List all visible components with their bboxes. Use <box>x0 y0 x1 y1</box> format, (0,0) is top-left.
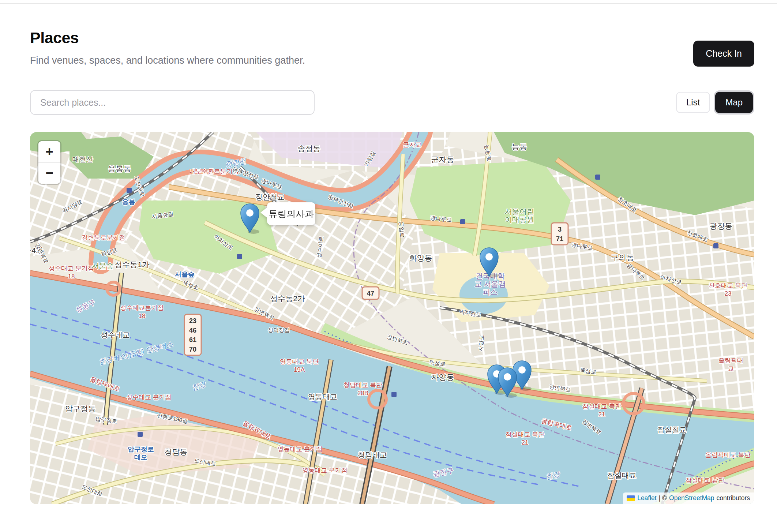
map-label: 영동대교 <box>308 393 337 401</box>
map-label: 군자동 <box>431 155 454 164</box>
map-label: 압구정동 <box>65 404 96 413</box>
map-label: 능동 <box>512 142 527 151</box>
transit-station-square <box>713 243 718 248</box>
ukraine-flag-icon <box>627 495 635 501</box>
transit-station-square <box>127 188 132 193</box>
attribution-separator: | © <box>659 494 667 502</box>
svg-text:23: 23 <box>189 317 196 325</box>
map-label: 응봉 <box>122 198 135 206</box>
map-label: 송정동 <box>298 144 321 153</box>
map-label: 청담동 <box>165 447 188 456</box>
route-shield: 47 <box>362 287 379 299</box>
title-block: Places Find venues, spaces, and location… <box>30 30 305 66</box>
map-label: 성수동2가 <box>270 294 305 303</box>
map-label: 광장동 <box>710 222 733 230</box>
page-content: Places Find venues, spaces, and location… <box>0 30 777 504</box>
map-label: 내부순환로분기점 <box>189 168 239 175</box>
map-label: 응봉동 <box>108 164 131 173</box>
transit-station-square <box>460 219 465 224</box>
map-label: 장안철교 <box>255 193 285 201</box>
map-label: 성수동1가 <box>115 260 150 269</box>
search-input[interactable] <box>30 90 315 115</box>
attribution-contributors: contributors <box>717 494 750 502</box>
transit-station-square <box>138 432 143 437</box>
top-divider <box>0 0 777 4</box>
map-label: 올림픽대교 북단 <box>705 452 751 458</box>
page-title: Places <box>30 30 305 46</box>
page-header: Places Find venues, spaces, and location… <box>30 30 754 67</box>
transit-station-square <box>391 392 397 397</box>
view-toggle: List Map <box>676 92 754 113</box>
map-view-button[interactable]: Map <box>715 92 753 113</box>
map-zoom-control: + − <box>38 141 60 184</box>
map-container[interactable]: 3712346617047송정동군자동능동응봉동화양동성수동1가성수동2가자양동… <box>30 132 754 504</box>
zoom-in-button[interactable]: + <box>38 141 60 162</box>
map-label: 대현산 <box>72 156 93 163</box>
map-label: 성덕정길 <box>268 327 290 333</box>
marker-tooltip: 튜링의사과 <box>260 202 315 225</box>
route-shield: 23466170 <box>184 314 201 355</box>
map-label: 화양동 <box>409 254 432 262</box>
map-label: 청담대교 <box>358 451 387 459</box>
osm-link[interactable]: OpenStreetMap <box>669 494 714 502</box>
map-label: 잠실대교 <box>607 471 637 479</box>
svg-text:61: 61 <box>189 336 196 344</box>
map-label: 자양동 <box>431 373 454 381</box>
svg-text:71: 71 <box>556 235 563 243</box>
map-label: 영동대교 분기점 <box>277 446 323 453</box>
page-subtitle: Find venues, spaces, and locations where… <box>30 55 305 66</box>
svg-text:튜링의사과: 튜링의사과 <box>269 209 314 219</box>
transit-station-square <box>595 175 600 180</box>
map-label: 서울숲 <box>175 271 195 278</box>
svg-text:3: 3 <box>558 226 562 233</box>
map-label: 구의동 <box>611 253 634 262</box>
transit-station-square <box>237 254 242 259</box>
map-label: 서울숲 <box>92 262 114 270</box>
route-shield: 371 <box>551 223 568 245</box>
map-label: 군자교 <box>403 141 422 148</box>
zoom-out-button[interactable]: − <box>38 162 60 184</box>
svg-text:70: 70 <box>189 346 196 353</box>
map-label: 성수대교 <box>101 331 130 339</box>
map-label: 잠실대교 남단 <box>686 477 725 484</box>
leaflet-link[interactable]: Leaflet <box>637 494 657 502</box>
controls-row: List Map <box>30 90 754 115</box>
map-canvas[interactable]: 3712346617047송정동군자동능동응봉동화양동성수동1가성수동2가자양동… <box>30 132 754 504</box>
map-label: 영동대교 분기점 <box>302 467 348 474</box>
svg-text:47: 47 <box>367 290 374 297</box>
map-label: 강변북로분기점 <box>82 234 125 241</box>
map-attribution: Leaflet | © OpenStreetMap contributors <box>623 492 754 504</box>
map-label: 서울어린이대공원 <box>505 207 534 224</box>
map-label: 잠실철교 <box>657 426 687 434</box>
map-label: 성수대교 분기점 <box>126 394 172 401</box>
check-in-button[interactable]: Check In <box>693 41 754 67</box>
svg-text:46: 46 <box>189 327 196 334</box>
list-view-button[interactable]: List <box>676 92 710 113</box>
